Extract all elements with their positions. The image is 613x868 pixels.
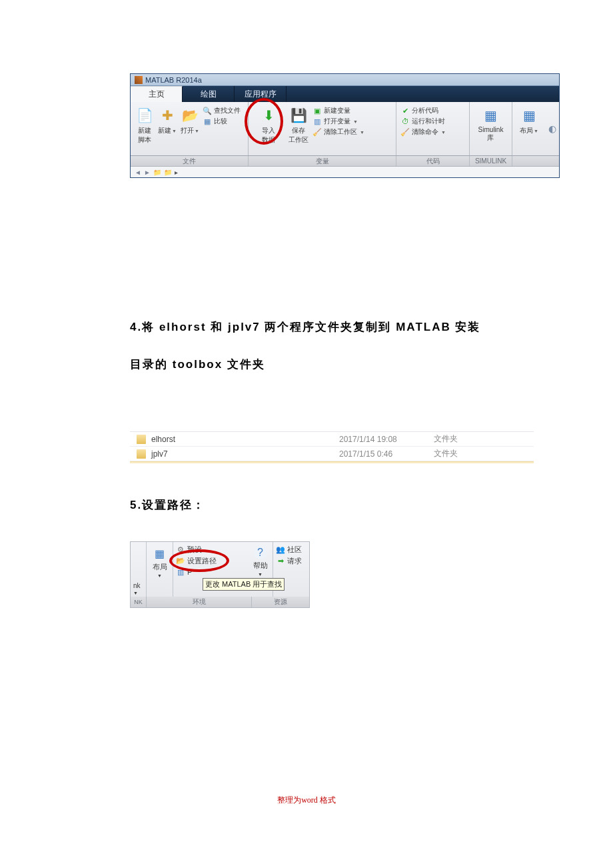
resources-items: 👥 社区 ➡ 请求 bbox=[273, 542, 309, 569]
page-footer: 整理为word 格式 bbox=[0, 795, 613, 806]
clear-commands-button[interactable]: 🧹 清除命令▼ bbox=[400, 127, 446, 137]
matlab-title-bar: MATLAB R2014a bbox=[131, 74, 559, 86]
parallel-button[interactable]: ▥ P bbox=[176, 567, 245, 577]
tab-home[interactable]: 主页 bbox=[131, 86, 183, 102]
step5-heading: 5.设置路径： bbox=[130, 487, 483, 524]
ribbon-group-environment-partial: ▦ 布局▼ bbox=[512, 102, 546, 155]
setpath-icon: 📂 bbox=[176, 557, 185, 566]
nav-fwd-icon[interactable]: ► bbox=[144, 169, 151, 176]
analyze-code-button[interactable]: ✔ 分析代码 bbox=[400, 106, 446, 115]
simulink-library-button[interactable]: ▦ Simulink 库 bbox=[476, 105, 506, 144]
compare-button[interactable]: ▦ 比较 bbox=[203, 117, 241, 126]
folder-type: 文件夹 bbox=[434, 448, 494, 459]
folder-date: 2017/1/15 0:46 bbox=[339, 449, 434, 459]
folder-type: 文件夹 bbox=[434, 433, 494, 445]
folder-date: 2017/1/14 19:08 bbox=[339, 435, 434, 444]
ribbon-group-simulink: ▦ Simulink 库 bbox=[470, 102, 512, 155]
section-label-simulink: SIMULINK bbox=[470, 156, 512, 166]
folder-name: elhorst bbox=[151, 435, 339, 444]
ribbon-group-file: 📄 新建 脚本 ✚ 新建▼ 📂 打开▼ 🔍 查找文件 bbox=[131, 102, 249, 155]
new-var-icon: ▣ bbox=[312, 106, 322, 115]
open-folder-icon: 📂 bbox=[181, 106, 199, 125]
tab-plot[interactable]: 绘图 bbox=[183, 86, 235, 102]
ribbon-group-code: ✔ 分析代码 ⏱ 运行和计时 🧹 清除命令▼ bbox=[396, 102, 470, 155]
ribbon: 📄 新建 脚本 ✚ 新建▼ 📂 打开▼ 🔍 查找文件 bbox=[131, 102, 559, 156]
layout-icon: ▦ bbox=[520, 106, 538, 125]
folder-icon: 📁 bbox=[153, 169, 161, 176]
people-icon: 👥 bbox=[276, 545, 285, 555]
open-button[interactable]: 📂 打开▼ bbox=[179, 105, 201, 137]
sp-label-res: 资源 bbox=[252, 597, 309, 607]
path-breadcrumb-row: ◄ ► 📁 📁 ▸ bbox=[131, 167, 559, 177]
step4-heading: 4.将 elhorst 和 jplv7 两个程序文件夹复制到 MATLAB 安装… bbox=[130, 309, 483, 383]
open-var-icon: ▥ bbox=[312, 117, 322, 126]
env-items: ⚙ 预设 📂 设置路径 ▥ P bbox=[173, 542, 248, 579]
section-label-file: 文件 bbox=[131, 156, 249, 166]
save-workspace-button[interactable]: 💾 保存 工作区 bbox=[286, 105, 311, 146]
sp-label-nk: NK bbox=[131, 597, 147, 607]
folder-name: jplv7 bbox=[151, 449, 339, 459]
layout-icon: ▦ bbox=[153, 546, 167, 561]
help-icon: ? bbox=[254, 546, 267, 559]
preferences-button[interactable]: ⚙ 预设 bbox=[176, 545, 245, 555]
ribbon-section-labels: 文件 变量 代码 SIMULINK bbox=[131, 156, 559, 167]
tab-apps[interactable]: 应用程序 bbox=[235, 86, 287, 102]
ribbon-tabstrip: 主页 绘图 应用程序 bbox=[131, 86, 559, 102]
window-title: MATLAB R2014a bbox=[145, 76, 202, 84]
folder-row-elhorst[interactable]: elhorst 2017/1/14 19:08 文件夹 bbox=[130, 432, 534, 447]
import-arrow-icon: ⬇ bbox=[259, 106, 278, 125]
simulink-icon: ▦ bbox=[481, 106, 500, 125]
simulink-edge: nk ▼ bbox=[131, 542, 147, 597]
compare-icon: ▦ bbox=[203, 117, 212, 126]
section-label-code: 代码 bbox=[396, 156, 470, 166]
plus-icon: ✚ bbox=[158, 106, 177, 125]
setpath-tooltip: 更改 MATLAB 用于查找 bbox=[203, 578, 285, 591]
layout-button-sp[interactable]: ▦ 布局 ▼ bbox=[147, 542, 173, 597]
new-button[interactable]: ✚ 新建▼ bbox=[156, 105, 179, 137]
find-files-button[interactable]: 🔍 查找文件 bbox=[203, 106, 241, 115]
setpath-screenshot: nk ▼ ▦ 布局 ▼ ⚙ 预设 📂 设置路径 ▥ bbox=[130, 541, 310, 608]
save-icon: 💾 bbox=[289, 106, 308, 125]
ribbon-group-variable: ⬇ 导入 数据 💾 保存 工作区 ▣ 新建变量 ▥ 打开变量▼ bbox=[249, 102, 396, 155]
search-file-icon: 🔍 bbox=[203, 106, 212, 115]
matlab-logo-icon bbox=[135, 76, 143, 84]
timer-icon: ⏱ bbox=[400, 117, 410, 126]
run-time-button[interactable]: ⏱ 运行和计时 bbox=[400, 117, 446, 126]
analyze-icon: ✔ bbox=[400, 106, 410, 115]
new-variable-button[interactable]: ▣ 新建变量 bbox=[312, 106, 364, 115]
folder-icon bbox=[137, 449, 146, 459]
matlab-ribbon-screenshot: MATLAB R2014a 主页 绘图 应用程序 📄 新建 脚本 ✚ 新建▼ 📂 bbox=[130, 73, 560, 178]
clear-ws-icon: 🧹 bbox=[312, 127, 322, 137]
new-script-icon: 📄 bbox=[135, 106, 154, 125]
gear-icon: ⚙ bbox=[176, 545, 185, 555]
import-data-button[interactable]: ⬇ 导入 数据 bbox=[251, 105, 286, 146]
clear-workspace-button[interactable]: 🧹 清除工作区▼ bbox=[312, 127, 364, 137]
nav-back-icon[interactable]: ◄ bbox=[135, 169, 141, 176]
set-path-button[interactable]: 📂 设置路径 bbox=[176, 556, 245, 566]
community-button[interactable]: 👥 社区 bbox=[276, 545, 306, 555]
folder-icon bbox=[137, 435, 146, 444]
new-script-button[interactable]: 📄 新建 脚本 bbox=[133, 105, 156, 146]
open-variable-button[interactable]: ▥ 打开变量▼ bbox=[312, 117, 364, 126]
folder-icon-2: 📁 bbox=[164, 169, 172, 176]
layout-button[interactable]: ▦ 布局▼ bbox=[518, 105, 540, 137]
folder-list: elhorst 2017/1/14 19:08 文件夹 jplv7 2017/1… bbox=[130, 431, 534, 464]
sp-label-env: 环境 bbox=[147, 597, 252, 607]
section-label-variable: 变量 bbox=[249, 156, 396, 166]
request-icon: ➡ bbox=[276, 557, 285, 566]
request-button[interactable]: ➡ 请求 bbox=[276, 556, 306, 566]
folder-row-jplv7[interactable]: jplv7 2017/1/15 0:46 文件夹 bbox=[130, 447, 534, 461]
clear-cmd-icon: 🧹 bbox=[400, 127, 410, 137]
sp-section-labels: NK 环境 资源 bbox=[131, 597, 309, 607]
parallel-icon: ▥ bbox=[176, 567, 185, 577]
